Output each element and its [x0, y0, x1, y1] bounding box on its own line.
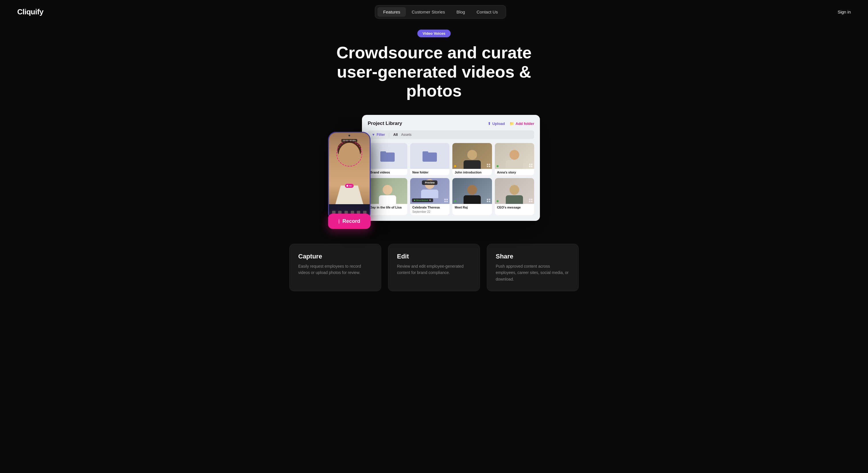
- hero-section: Video Voices Crowdsource and curate user…: [0, 24, 868, 112]
- thumb-celebrate: Preview Shortlisted ▼: [410, 178, 450, 204]
- filter-bar: ▼ Filter All Assets: [368, 130, 534, 139]
- media-item-celebrate[interactable]: Preview Shortlisted ▼ Celebr: [410, 178, 450, 215]
- filter-options: All Assets: [393, 133, 411, 137]
- nav-item-contact-us[interactable]: Contact Us: [471, 7, 503, 17]
- add-folder-label: Add folder: [516, 121, 534, 126]
- status-dot-anna: [497, 165, 499, 167]
- filter-assets[interactable]: Assets: [401, 133, 412, 137]
- media-label-celebrate: Celebrate Theresa: [410, 204, 450, 210]
- john-head: [467, 150, 477, 160]
- hero-title: Crowdsource and curate user-generated vi…: [334, 43, 534, 100]
- nav-item-customer-stories[interactable]: Customer Stories: [406, 7, 451, 17]
- library-header: Project Library ⬆ Upload 📁 Add folder: [368, 121, 534, 126]
- media-label-lisa: Day in the life of Lisa: [368, 204, 407, 210]
- media-item-meet-raj[interactable]: Meet Raj: [453, 178, 492, 215]
- person-shape-raj: [464, 185, 481, 204]
- folder-icon-new: [423, 149, 437, 163]
- upload-button[interactable]: ⬆ Upload: [488, 121, 505, 126]
- add-folder-icon: 📁: [509, 121, 514, 126]
- filter-label: Filter: [377, 133, 385, 137]
- phone-mockup: 00:00 / 00:60s REC: [328, 132, 371, 221]
- john-body: [464, 160, 481, 169]
- face-body: [335, 185, 364, 206]
- record-dot: [346, 185, 348, 187]
- nav-item-blog[interactable]: Blog: [451, 7, 471, 17]
- media-grid: Brand videos New folder: [368, 143, 534, 215]
- media-item-day-in-life[interactable]: Day in the life of Lisa: [368, 178, 407, 215]
- features-section: Capture Easily request employees to reco…: [0, 221, 868, 303]
- media-item-ceo[interactable]: CEO's message: [495, 178, 534, 215]
- thumb-raj: [453, 178, 492, 204]
- person-shape-anna: [506, 150, 523, 169]
- grid-icon-anna: [529, 164, 532, 167]
- filter-button[interactable]: ▼ Filter: [372, 133, 385, 137]
- status-dot-ceo: [497, 200, 499, 202]
- phone-menu-icon-5: [357, 211, 360, 214]
- ceo-head: [509, 185, 519, 195]
- phone-menu-icon-6: [363, 211, 367, 214]
- person-shape-john: [464, 150, 481, 169]
- media-item-john-intro[interactable]: John introduction: [453, 143, 492, 175]
- shortlisted-arrow: ▼: [429, 199, 431, 202]
- grid-icon-john: [487, 164, 490, 167]
- media-label-john: John introduction: [453, 169, 492, 175]
- library-title: Project Library: [368, 121, 402, 126]
- feature-desc-capture: Easily request employees to record video…: [298, 263, 372, 276]
- thumb-john-intro: [453, 143, 492, 169]
- shortlisted-label: Shortlisted: [416, 199, 428, 202]
- hero-badge: Video Voices: [417, 30, 451, 37]
- nav-item-features[interactable]: Features: [377, 7, 406, 17]
- status-dot-john: [454, 165, 456, 167]
- ceo-body: [506, 195, 523, 204]
- phone-menu-icon-3: [344, 211, 348, 214]
- record-button[interactable]: Record: [328, 214, 371, 229]
- face-detection-circle: [336, 141, 362, 167]
- nav-right: Sign in: [838, 9, 851, 14]
- library-actions: ⬆ Upload 📁 Add folder: [488, 121, 534, 126]
- media-label-new-folder: New folder: [410, 169, 450, 175]
- navbar: Cliquify Features Customer Stories Blog …: [0, 0, 868, 24]
- feature-title-share: Share: [496, 253, 570, 260]
- upload-label: Upload: [492, 121, 505, 126]
- feature-card-edit: Edit Review and edit employee-generated …: [388, 244, 480, 291]
- record-button-label: Record: [342, 218, 360, 224]
- phone-timer: 00:00 / 00:60s: [341, 139, 358, 142]
- media-sublabel-celebrate: September 22: [410, 210, 450, 215]
- status-dot-raj: [454, 200, 456, 202]
- visual-section: 00:00 / 00:60s REC: [0, 112, 868, 221]
- person-shape-lisa: [379, 185, 396, 204]
- feature-card-capture: Capture Easily request employees to reco…: [289, 244, 381, 291]
- raj-body: [464, 195, 481, 204]
- filter-all[interactable]: All: [393, 133, 398, 137]
- nav-menu: Features Customer Stories Blog Contact U…: [375, 5, 506, 19]
- record-button-icon: [338, 219, 340, 224]
- lisa-body: [379, 195, 396, 204]
- feature-title-edit: Edit: [397, 253, 471, 260]
- sign-in-button[interactable]: Sign in: [838, 9, 851, 14]
- media-label-raj: Meet Raj: [453, 204, 492, 210]
- media-item-brand-videos[interactable]: Brand videos: [368, 143, 407, 175]
- media-label-brand-videos: Brand videos: [368, 169, 407, 175]
- anna-body: [506, 160, 523, 169]
- grid-icon-celebrate: [444, 199, 448, 202]
- phone-menu-icon-2: [338, 211, 342, 214]
- phone-frame: 00:00 / 00:60s REC: [328, 132, 371, 221]
- record-indicator: REC: [345, 184, 353, 188]
- lisa-head: [383, 185, 392, 195]
- add-folder-button[interactable]: 📁 Add folder: [509, 121, 534, 126]
- anna-head: [509, 150, 519, 160]
- feature-title-capture: Capture: [298, 253, 372, 260]
- media-label-anna: Anna's story: [495, 169, 534, 175]
- phone-menu-icon-1: [332, 211, 336, 214]
- person-shape-ceo: [506, 185, 523, 204]
- feature-desc-edit: Review and edit employee-generated conte…: [397, 263, 471, 276]
- phone-camera: [348, 135, 350, 137]
- thumb-ceo: [495, 178, 534, 204]
- media-item-new-folder[interactable]: New folder: [410, 143, 450, 175]
- folder-thumb-new: [410, 143, 450, 169]
- folder-thumb-brand: [368, 143, 407, 169]
- shortlisted-badge: Shortlisted ▼: [412, 199, 433, 202]
- media-item-annas-story[interactable]: Anna's story: [495, 143, 534, 175]
- theresa-body: [421, 189, 438, 198]
- project-library-panel: Project Library ⬆ Upload 📁 Add folder ▼ …: [362, 115, 540, 221]
